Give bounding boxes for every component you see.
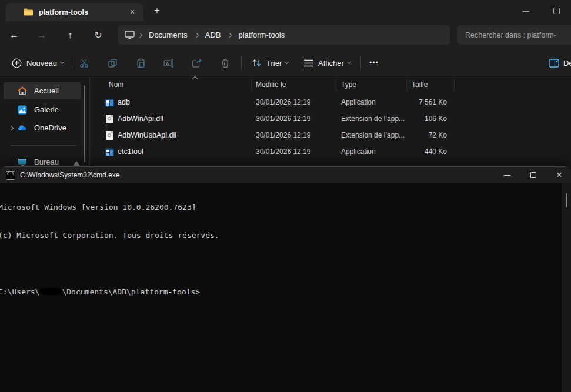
sort-ascending-icon: [192, 76, 198, 82]
file-name: adb: [118, 98, 130, 106]
scissors-icon: [79, 58, 89, 68]
delete-button[interactable]: [217, 55, 233, 71]
new-button[interactable]: Nouveau: [7, 55, 68, 71]
file-row-adbwinusbapi[interactable]: AdbWinUsbApi.dll 30/01/2026 12:19 Extens…: [94, 128, 470, 144]
tab-close-icon[interactable]: ×: [127, 7, 138, 18]
cmd-blank-line: [0, 259, 562, 269]
search-input[interactable]: Rechercher dans : platform-: [457, 25, 571, 45]
details-pane-button[interactable]: Dé: [544, 55, 571, 71]
explorer-tab[interactable]: platform-tools ×: [6, 3, 143, 21]
breadcrumb[interactable]: Documents ADB platform-tools: [118, 25, 450, 45]
dll-icon: [106, 115, 113, 123]
sidebar-divider: [11, 145, 76, 146]
chevron-down-icon: [347, 60, 351, 64]
redacted-username: [39, 288, 62, 295]
explorer-content: Accueil Galerie OneDrive: [0, 77, 571, 171]
toolbar-separator: [360, 56, 361, 69]
tab-title: platform-tools: [39, 8, 127, 16]
file-modified: 30/01/2026 12:19: [256, 115, 310, 123]
dll-icon: [106, 131, 113, 140]
details-pane-label: Dé: [563, 59, 571, 68]
cmd-prompt-line: C:\Users\\Documents\ADB\platform-tools>: [0, 287, 562, 297]
explorer-maximize-button[interactable]: [553, 8, 560, 14]
column-header-modified[interactable]: Modifié le: [256, 81, 286, 89]
sort-button[interactable]: Trier: [247, 55, 293, 71]
column-resize-handle[interactable]: [406, 79, 407, 91]
sidebar-scrollbar[interactable]: [84, 86, 85, 162]
cmd-scrollbar-thumb[interactable]: [566, 193, 567, 207]
file-row-etc1tool[interactable]: etc1tool 30/01/2026 12:19 Application 44…: [94, 144, 470, 160]
view-button[interactable]: Afficher: [299, 55, 355, 71]
cmd-window-title: C:\Windows\System32\cmd.exe: [20, 171, 119, 179]
file-modified: 30/01/2026 12:19: [256, 131, 310, 139]
paste-button[interactable]: [132, 55, 149, 71]
column-resize-handle[interactable]: [454, 79, 455, 91]
back-button[interactable]: ←: [6, 27, 22, 43]
toolbar-separator: [241, 56, 242, 69]
explorer-tab-bar: platform-tools × +: [0, 0, 571, 21]
file-row-adbwinapi[interactable]: AdbWinApi.dll 30/01/2026 12:19 Extension…: [94, 111, 470, 128]
expand-chevron-icon[interactable]: [9, 125, 14, 130]
paste-icon: [136, 58, 146, 68]
chevron-down-icon: [60, 60, 64, 64]
file-size: 72 Ko: [388, 131, 447, 139]
breadcrumb-item-documents[interactable]: Documents: [145, 31, 191, 39]
sidebar-item-onedrive[interactable]: OneDrive: [4, 119, 81, 136]
view-icon: [303, 59, 313, 68]
forward-button[interactable]: →: [34, 27, 50, 43]
file-row-adb[interactable]: adb 30/01/2026 12:19 Application 7 561 K…: [94, 95, 470, 111]
new-plus-icon: [12, 58, 22, 68]
more-options-button[interactable]: •••: [365, 55, 383, 71]
prompt-suffix: \Documents\ADB\platform-tools>: [62, 287, 200, 296]
desktop: platform-tools × + ← → ↑ ↻ Documents ADB: [0, 0, 571, 392]
cut-button[interactable]: [76, 55, 92, 71]
new-tab-button[interactable]: +: [151, 5, 163, 18]
cmd-minimize-button[interactable]: [495, 167, 519, 183]
column-header-size[interactable]: Taille: [412, 81, 428, 89]
application-icon: [105, 99, 114, 107]
explorer-toolbar: Nouveau: [0, 49, 571, 76]
cmd-close-button[interactable]: ×: [547, 167, 571, 183]
up-button[interactable]: ↑: [62, 27, 78, 43]
sort-button-label: Trier: [266, 59, 282, 68]
column-resize-handle[interactable]: [251, 79, 252, 91]
toolbar-separator: [72, 56, 72, 69]
chevron-down-icon: [285, 60, 289, 64]
file-size: 106 Ko: [388, 115, 447, 123]
explorer-minimize-button[interactable]: [523, 11, 529, 12]
gallery-icon: [18, 105, 27, 115]
more-icon: •••: [369, 59, 379, 67]
rename-icon: A: [163, 58, 174, 68]
cmd-version-line: Microsoft Windows [version 10.0.26200.76…: [0, 203, 562, 212]
file-name: etc1tool: [118, 148, 143, 156]
breadcrumb-separator-icon: [194, 32, 199, 37]
file-size: 440 Ko: [388, 148, 447, 156]
explorer-nav-bar: ← → ↑ ↻ Documents ADB platform-tools Rec…: [0, 21, 571, 49]
sidebar-item-label: Galerie: [34, 105, 59, 114]
column-resize-handle[interactable]: [336, 79, 336, 91]
sidebar-item-label: OneDrive: [34, 123, 66, 132]
onedrive-icon: [18, 123, 27, 133]
column-header-type[interactable]: Type: [341, 81, 356, 89]
new-button-label: Nouveau: [26, 59, 57, 68]
file-modified: 30/01/2026 12:19: [256, 98, 310, 106]
cmd-scrollbar[interactable]: [562, 183, 571, 392]
copy-icon: [108, 58, 118, 68]
refresh-button[interactable]: ↻: [90, 27, 106, 43]
copy-button[interactable]: [104, 55, 121, 71]
share-button[interactable]: [189, 55, 205, 71]
rename-button[interactable]: A: [161, 55, 177, 71]
sidebar-scroll-arrow-icon[interactable]: [73, 161, 80, 166]
file-name: AdbWinApi.dll: [118, 115, 163, 123]
breadcrumb-item-adb[interactable]: ADB: [202, 31, 225, 39]
cmd-title-bar[interactable]: C:\ C:\Windows\System32\cmd.exe ×: [0, 167, 571, 183]
this-pc-icon: [125, 31, 135, 39]
view-button-label: Afficher: [318, 59, 344, 68]
sidebar-item-label: Bureau: [34, 158, 59, 166]
cmd-maximize-button[interactable]: [522, 167, 545, 183]
breadcrumb-item-platform-tools[interactable]: platform-tools: [235, 31, 288, 39]
cmd-terminal-output[interactable]: Microsoft Windows [version 10.0.26200.76…: [0, 184, 562, 392]
column-header-name[interactable]: Nom: [109, 81, 123, 89]
sidebar-item-gallery[interactable]: Galerie: [4, 101, 81, 118]
cmd-window[interactable]: C:\ C:\Windows\System32\cmd.exe × Micros…: [0, 166, 571, 392]
